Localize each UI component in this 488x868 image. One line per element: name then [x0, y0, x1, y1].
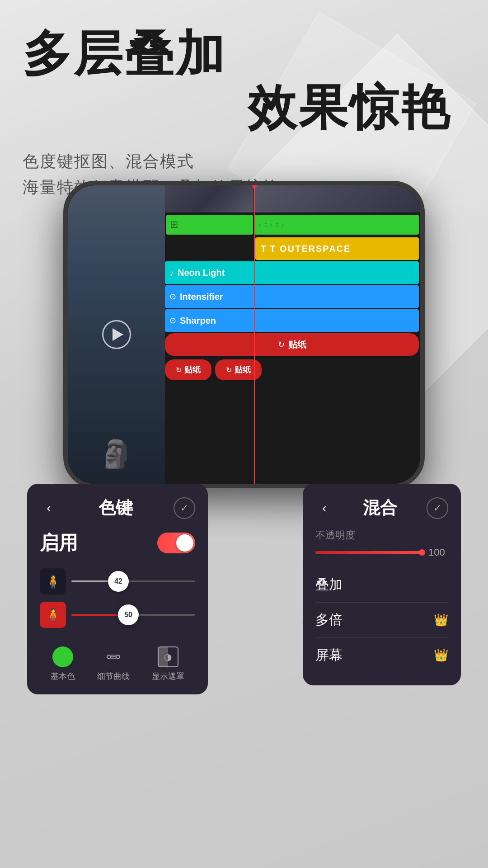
svg-point-0 — [107, 655, 111, 659]
neon-light-label: Neon Light — [178, 268, 225, 278]
subtitle-line1: 色度键抠图、混合模式 — [23, 148, 465, 175]
enable-toggle[interactable] — [157, 533, 195, 553]
figure-silhouette: 🗿 — [99, 438, 133, 470]
thumb-dark-1: 🧍 — [40, 568, 66, 594]
green-track: ⊞ ♪ ♫ ♪ ♫ ♪ — [165, 213, 420, 236]
intensifier-icon: ⊙ — [169, 292, 176, 302]
sticker-label-1: 贴纸 — [184, 364, 201, 375]
mix-option-multiply[interactable]: 多倍 👑 — [315, 603, 448, 638]
slider-1-container[interactable]: 42 — [71, 571, 195, 591]
outerspace-icon: T — [261, 244, 266, 254]
screen-crown-icon: 👑 — [434, 648, 448, 662]
enable-label: 启用 — [40, 530, 78, 556]
intensifier-label: Intensifier — [180, 292, 223, 302]
overlay-label: 叠加 — [315, 576, 343, 594]
opacity-thumb — [419, 549, 425, 556]
sticker-btn-1[interactable]: ↻ 贴纸 — [165, 359, 211, 380]
sharpen-icon: ⊙ — [169, 316, 176, 326]
neon-light-track: ♪ Neon Light — [165, 261, 419, 284]
opacity-value: 100 — [428, 547, 448, 558]
power-button — [422, 285, 425, 335]
curves-label: 细节曲线 — [97, 671, 130, 682]
intensifier-track: ⊙ Intensifier — [165, 285, 419, 308]
tool-curves[interactable]: 细节曲线 — [97, 646, 130, 682]
sticker-full-track[interactable]: ↻ 贴纸 — [165, 333, 419, 356]
title-line1: 多层叠加 — [23, 27, 465, 81]
stickers-row: ↻ 贴纸 ↻ 贴纸 — [165, 358, 419, 382]
slider-1-thumb[interactable]: 42 — [108, 571, 129, 592]
slider-2-thumb[interactable]: 50 — [118, 604, 139, 625]
thumb-left — [165, 185, 254, 212]
mix-title: 混合 — [363, 496, 397, 519]
curves-svg — [104, 648, 122, 666]
phone-mockup: 🗿 ⊞ ♪ ♫ ♪ ♫ ♪ — [63, 181, 425, 488]
enable-row: 启用 — [40, 530, 195, 556]
sharpen-track: ⊙ Sharpen — [165, 309, 419, 332]
timeline-panel: ⊞ ♪ ♫ ♪ ♫ ♪ T T OUTERSPACE ♪ Neon Light … — [165, 185, 420, 484]
mix-option-overlay[interactable]: 叠加 — [315, 567, 448, 603]
phone-screen: 🗿 ⊞ ♪ ♫ ♪ ♫ ♪ — [68, 185, 420, 484]
mask-label: 显示遮罩 — [152, 671, 184, 682]
base-color-icon — [52, 646, 73, 667]
svg-point-1 — [116, 655, 120, 659]
phone-dot — [63, 353, 66, 356]
mix-header: ‹ 混合 ✓ — [315, 496, 448, 519]
green-track-right: ♪ ♫ ♪ ♫ ♪ — [254, 215, 419, 235]
base-color-label: 基本色 — [51, 671, 75, 682]
title-line2: 效果惊艳 — [23, 81, 452, 135]
opacity-label: 不透明度 — [315, 528, 448, 542]
tool-mask[interactable]: ◑ 显示遮罩 — [152, 646, 184, 682]
sharpen-label: Sharpen — [180, 316, 216, 326]
playhead-tip — [252, 185, 257, 190]
preview-panel: 🗿 — [68, 185, 165, 484]
mix-option-screen[interactable]: 屏幕 👑 — [315, 638, 448, 673]
sticker-full-label: 贴纸 — [288, 339, 306, 351]
playhead — [254, 185, 255, 484]
slider-1-track — [71, 580, 195, 582]
bottom-tools: 基本色 细节曲线 ◑ 显示遮罩 — [40, 639, 195, 682]
toggle-knob — [176, 534, 193, 552]
play-icon — [113, 328, 123, 341]
color-key-panel: ‹ 色键 ✓ 启用 🧍 42 🧍 — [27, 484, 208, 694]
outerspace-track: T T OUTERSPACE — [255, 237, 419, 260]
multiply-crown-icon: 👑 — [434, 613, 448, 627]
mix-confirm-button[interactable]: ✓ — [427, 497, 448, 519]
green-track-left: ⊞ — [166, 215, 253, 235]
volume-button — [63, 253, 64, 278]
slider-2-container[interactable]: 50 — [71, 605, 195, 625]
color-key-back-button[interactable]: ‹ — [40, 499, 58, 517]
tool-base-color[interactable]: 基本色 — [51, 646, 75, 682]
opacity-slider-row[interactable]: 100 — [315, 547, 448, 558]
person-icon-red: 🧍 — [45, 608, 61, 623]
video-track — [165, 185, 420, 212]
waveform: ♪ ♫ ♪ ♫ ♪ — [258, 221, 284, 228]
sticker-icon-2: ↻ — [226, 366, 232, 374]
slider-row-2: 🧍 50 — [40, 602, 195, 628]
thumb-red-2: 🧍 — [40, 602, 66, 628]
music-icon: ♪ — [169, 268, 174, 278]
opacity-track — [315, 551, 424, 554]
mask-icon: ◑ — [158, 646, 178, 667]
mix-back-button[interactable]: ‹ — [315, 499, 333, 517]
outerspace-label: T OUTERSPACE — [270, 244, 351, 254]
sticker-icon-1: ↻ — [176, 366, 182, 374]
mix-panel: ‹ 混合 ✓ 不透明度 100 叠加 多倍 👑 屏幕 👑 — [303, 484, 461, 685]
film-icon: ⊞ — [170, 219, 178, 231]
play-button[interactable] — [102, 320, 131, 349]
opacity-section: 不透明度 100 — [315, 528, 448, 558]
person-icon-dark: 🧍 — [45, 574, 61, 589]
color-key-title: 色键 — [99, 496, 133, 519]
color-key-header: ‹ 色键 ✓ — [40, 496, 195, 519]
mask-symbol: ◑ — [164, 651, 172, 662]
sticker-label-2: 贴纸 — [235, 364, 251, 375]
thumb-right — [254, 185, 420, 212]
screen-label: 屏幕 — [315, 646, 343, 665]
curves-icon — [103, 646, 124, 667]
sticker-refresh-icon: ↻ — [278, 340, 285, 349]
color-key-confirm-button[interactable]: ✓ — [174, 497, 195, 519]
multiply-label: 多倍 — [315, 611, 343, 629]
slider-row-1: 🧍 42 — [40, 568, 195, 594]
